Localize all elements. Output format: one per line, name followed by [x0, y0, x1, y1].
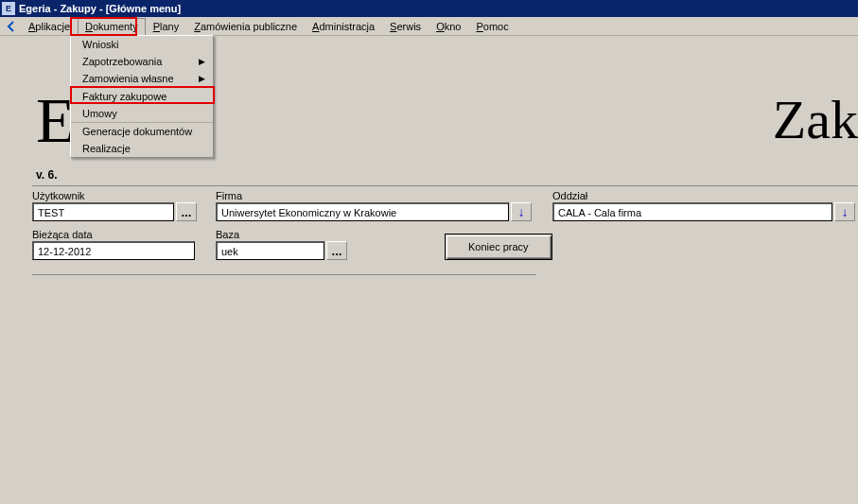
app-icon: E: [2, 2, 15, 15]
dropdown-item-realizacje[interactable]: Realizacje: [71, 140, 213, 157]
db-label: Baza: [216, 229, 358, 240]
dropdown-label: Generacje dokumentów: [82, 126, 192, 137]
user-input[interactable]: [32, 202, 174, 221]
dropdown-label: Umowy: [82, 108, 117, 119]
dropdown-dokumenty: Wnioski Zapotrzebowania ▶ Zamowienia wła…: [70, 35, 214, 158]
db-input[interactable]: [216, 241, 324, 260]
form-area: Użytkownik ... Firma ↓ Oddział ↓: [32, 185, 858, 268]
dropdown-item-wnioski[interactable]: Wnioski: [71, 36, 213, 53]
firm-input[interactable]: [216, 202, 509, 221]
download-icon: ↓: [518, 205, 525, 219]
menu-zamowienia-publiczne[interactable]: Zamówienia publiczne: [186, 18, 305, 35]
menubar: Aplikacje Dokumenty Plany Zamówienia pub…: [0, 17, 858, 36]
dropdown-item-zamowienia-wlasne[interactable]: Zamowienia własne ▶: [71, 70, 213, 88]
db-lookup-button[interactable]: ...: [326, 241, 347, 260]
menu-administracja[interactable]: Administracja: [305, 18, 382, 35]
window-titlebar: E Egeria - Zakupy - [Główne menu]: [0, 0, 858, 17]
branch-save-button[interactable]: ↓: [834, 202, 855, 221]
chevron-right-icon: ▶: [199, 74, 205, 83]
end-work-button-frame: Koniec pracy: [445, 234, 552, 260]
dropdown-item-umowy[interactable]: Umowy: [71, 105, 213, 123]
firm-label: Firma: [216, 190, 537, 201]
window-title: Egeria - Zakupy - [Główne menu]: [19, 3, 181, 14]
date-label: Bieżąca data: [32, 229, 201, 240]
menu-pomoc[interactable]: Pomoc: [468, 18, 516, 35]
end-work-button[interactable]: Koniec pracy: [447, 235, 551, 258]
menu-aplikacje[interactable]: Aplikacje: [21, 18, 78, 35]
dropdown-label: Faktury zakupowe: [82, 91, 166, 102]
branch-input[interactable]: [552, 202, 832, 221]
user-label: Użytkownik: [32, 190, 201, 201]
app-title-right-fragment: Zak: [773, 88, 858, 151]
chevron-right-icon: ▶: [199, 57, 205, 66]
download-icon: ↓: [842, 205, 849, 219]
dropdown-item-zapotrzebowania[interactable]: Zapotrzebowania ▶: [71, 53, 213, 70]
separator: [32, 274, 536, 275]
menu-serwis[interactable]: Serwis: [382, 18, 429, 35]
firm-save-button[interactable]: ↓: [511, 202, 532, 221]
dropdown-label: Zapotrzebowania: [82, 56, 162, 67]
nav-back-icon[interactable]: [4, 19, 19, 34]
date-input[interactable]: [32, 241, 195, 260]
dropdown-label: Wnioski: [82, 39, 119, 50]
menu-plany[interactable]: Plany: [146, 18, 187, 35]
dropdown-item-faktury-zakupowe[interactable]: Faktury zakupowe: [71, 88, 213, 105]
dropdown-label: Zamowienia własne: [82, 73, 174, 84]
dropdown-label: Realizacje: [82, 143, 131, 154]
menu-dokumenty[interactable]: Dokumenty: [78, 18, 146, 35]
dropdown-item-generacje-dokumentow[interactable]: Generacje dokumentów: [71, 123, 213, 140]
branch-label: Oddział: [552, 190, 855, 201]
version-label: v. 6.: [36, 168, 57, 182]
user-lookup-button[interactable]: ...: [176, 202, 197, 221]
menu-okno[interactable]: Okno: [429, 18, 468, 35]
